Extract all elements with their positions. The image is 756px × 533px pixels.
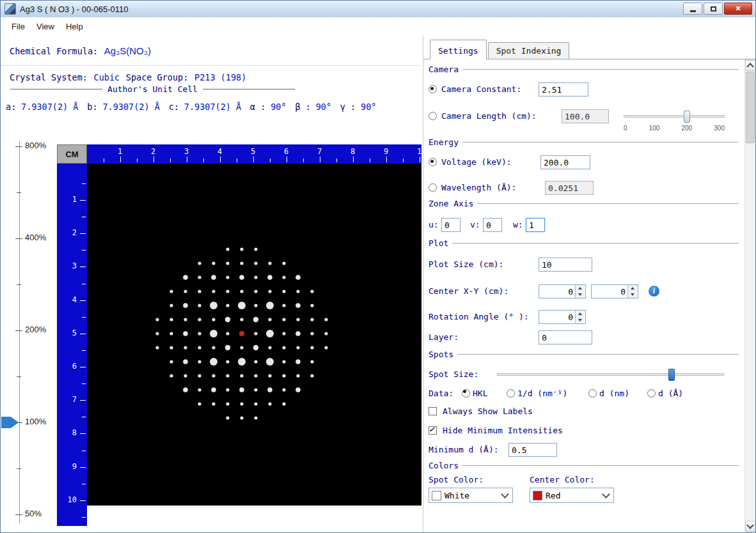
menu-view[interactable]: View xyxy=(31,19,60,34)
hide-min-label: Hide Minimum Intensities xyxy=(443,426,563,435)
camera-length-slider-thumb[interactable] xyxy=(684,111,690,123)
cell-beta: 90° xyxy=(316,102,331,112)
center-y-spinner[interactable]: 0 xyxy=(591,284,638,298)
always-show-labels-label: Always Show Labels xyxy=(443,406,533,416)
hide-min-checkbox[interactable] xyxy=(429,426,437,435)
data-option-hkl[interactable]: HKL xyxy=(462,389,487,398)
spot-color-label: Spot Color: xyxy=(429,475,484,484)
panel-scrollbar[interactable] xyxy=(744,59,756,532)
settings-panel: Settings Spot Indexing Camera Camera Con… xyxy=(423,36,756,533)
zoom-level-label: 50% xyxy=(25,509,42,518)
vertical-ruler: 12345678910 xyxy=(57,164,87,526)
horizontal-ruler: 12345678910 xyxy=(87,144,421,164)
u-input[interactable]: 0 xyxy=(441,218,461,232)
center-xy-row: Center X-Y (cm): 0 0 i xyxy=(429,283,739,300)
voltage-radio[interactable] xyxy=(429,158,437,166)
zone-axis-section-header: Zone Axis xyxy=(429,197,739,209)
scrollbar-thumb[interactable] xyxy=(746,72,755,143)
chemical-formula-label: Chemical Formula: xyxy=(10,46,98,56)
chevron-down-icon xyxy=(501,490,509,498)
menu-bar: File View Help xyxy=(1,17,755,36)
scroll-up-button[interactable] xyxy=(745,60,755,71)
spot-size-slider[interactable] xyxy=(497,373,724,376)
app-icon xyxy=(4,3,16,15)
diffraction-canvas[interactable] xyxy=(87,164,421,506)
minimize-icon xyxy=(690,10,696,12)
zoom-level-label: 400% xyxy=(25,233,46,242)
zoom-scale[interactable]: 800%400%200%100%50% xyxy=(1,136,57,532)
space-group-label: Space Group: xyxy=(126,72,189,82)
crystal-system-value: Cubic xyxy=(94,72,120,82)
rotation-row: Rotation Angle (° ): 0 xyxy=(429,309,739,325)
info-icon[interactable]: i xyxy=(649,286,659,297)
spot-size-slider-thumb[interactable] xyxy=(668,369,675,381)
unit-cell-values: a: 7.9307(2) Å b: 7.9307(2) Å c: 7.9307(… xyxy=(6,102,376,112)
structure-info: Chemical Formula: Ag₃S(NO₃) Crystal Syst… xyxy=(1,36,423,141)
spinner-arrows-icon[interactable] xyxy=(627,285,637,298)
layer-input[interactable]: 0 xyxy=(539,330,592,344)
wavelength-label: Wavelength (Å): xyxy=(441,183,516,192)
scroll-down-button[interactable] xyxy=(745,521,755,532)
data-options-row: Data: HKL 1/d (nm⁻¹) d (nm) d (Å) xyxy=(429,385,739,402)
chemical-formula-row: Chemical Formula: Ag₃S(NO₃) xyxy=(10,45,151,57)
color-selects-row: White Red xyxy=(429,488,739,504)
cell-a: 7.9307(2) Å xyxy=(21,102,78,112)
window-title: Ag3 S ( N O3 ) - 00-065-0110 xyxy=(20,4,129,14)
spinner-arrows-icon[interactable] xyxy=(575,311,585,323)
data-option-d-angstrom[interactable]: d (Å) xyxy=(647,389,683,398)
data-option-d-nm[interactable]: d (nm) xyxy=(588,389,629,398)
always-show-labels-checkbox[interactable] xyxy=(429,407,437,415)
center-color-select[interactable]: Red xyxy=(530,488,614,503)
center-xy-label: Center X-Y (cm): xyxy=(429,286,508,296)
menu-help[interactable]: Help xyxy=(60,19,89,34)
cell-gamma: 90° xyxy=(361,102,376,112)
center-x-spinner[interactable]: 0 xyxy=(539,284,586,298)
title-bar[interactable]: Ag3 S ( N O3 ) - 00-065-0110 ✕ xyxy=(1,1,755,18)
zoom-pointer[interactable] xyxy=(1,417,19,428)
min-d-input[interactable]: 0.5 xyxy=(508,443,557,457)
spot-size-row: Spot Size: xyxy=(429,366,739,383)
camera-constant-radio[interactable] xyxy=(429,85,437,93)
rotation-spinner[interactable]: 0 xyxy=(539,310,586,324)
crystal-system-row: Crystal System: Cubic Space Group: P213 … xyxy=(10,71,246,83)
cell-c: 7.9307(2) Å xyxy=(184,102,241,112)
tab-bar: Settings Spot Indexing xyxy=(423,39,756,59)
spinner-arrows-icon[interactable] xyxy=(575,285,585,298)
zoom-level-label: 200% xyxy=(25,325,46,334)
menu-file[interactable]: File xyxy=(6,19,31,34)
minimize-button[interactable] xyxy=(683,3,702,15)
wavelength-input[interactable]: 0.0251 xyxy=(545,181,594,195)
camera-length-input[interactable]: 100.0 xyxy=(562,109,609,123)
wavelength-row: Wavelength (Å): 0.0251 xyxy=(429,180,739,196)
v-input[interactable]: 0 xyxy=(483,218,502,232)
tab-settings[interactable]: Settings xyxy=(430,40,487,59)
data-label: Data: xyxy=(429,389,453,398)
spot-color-swatch xyxy=(432,491,441,500)
spot-color-select[interactable]: White xyxy=(429,488,513,503)
zone-axis-row: u: 0 v: 0 w: 1 xyxy=(429,217,739,233)
camera-constant-input[interactable]: 2.51 xyxy=(539,82,588,97)
chevron-up-icon xyxy=(746,63,753,70)
cell-b: 7.9307(2) Å xyxy=(102,102,159,112)
maximize-button[interactable] xyxy=(704,3,723,15)
tab-spot-indexing[interactable]: Spot Indexing xyxy=(488,42,570,59)
camera-length-radio[interactable] xyxy=(429,112,437,120)
voltage-input[interactable]: 200.0 xyxy=(540,155,590,169)
close-icon: ✕ xyxy=(735,4,741,13)
layer-row: Layer: 0 xyxy=(429,329,739,346)
plot-size-label: Plot Size (cm): xyxy=(429,259,503,269)
unit-cell-title: Author's Unit Cell xyxy=(107,84,198,94)
cell-alpha: 90° xyxy=(271,102,286,112)
rotation-label: Rotation Angle (° ): xyxy=(429,312,529,321)
camera-length-row: Camera Length (cm): 100.0 xyxy=(429,108,739,125)
settings-content: Camera Camera Constant: 2.51 Camera Leng… xyxy=(423,59,744,533)
camera-constant-row: Camera Constant: 2.51 xyxy=(429,81,739,98)
u-label: u: xyxy=(429,220,439,229)
close-button[interactable]: ✕ xyxy=(724,3,752,15)
data-option-1-over-d[interactable]: 1/d (nm⁻¹) xyxy=(507,389,567,398)
wavelength-radio[interactable] xyxy=(429,183,437,192)
w-input[interactable]: 1 xyxy=(526,218,545,232)
v-label: v: xyxy=(470,220,480,229)
camera-length-slider[interactable] xyxy=(624,115,725,118)
plot-size-input[interactable]: 10 xyxy=(539,258,592,272)
